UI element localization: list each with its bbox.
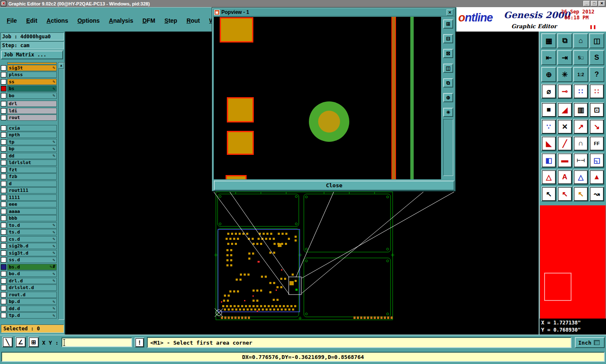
layer-name[interactable]: drl.d✎: [7, 278, 57, 284]
tool-pad-select[interactable]: ■: [541, 102, 556, 117]
maximize-button[interactable]: □: [591, 1, 598, 6]
tool-slope[interactable]: ╱: [557, 136, 572, 151]
tool-net-points-red[interactable]: ∷: [589, 84, 604, 99]
layer-checkbox[interactable]: [1, 167, 6, 173]
layer-row-fzb[interactable]: fzb: [1, 173, 58, 180]
tool-select-point[interactable]: ↖: [557, 186, 572, 202]
layer-row-ts.d[interactable]: ts.d✎: [1, 229, 58, 236]
layer-name[interactable]: bs✎: [7, 85, 57, 92]
tool-grid-toggle[interactable]: ⊞: [28, 337, 39, 348]
layer-name[interactable]: ss.d✎: [7, 257, 57, 263]
layer-name[interactable]: sig3t✎: [7, 65, 57, 71]
layer-row-sig3t[interactable]: sig3t✎: [1, 64, 58, 71]
layer-checkbox[interactable]: [1, 271, 6, 276]
layer-checkbox[interactable]: [1, 139, 6, 145]
layer-checkbox[interactable]: [1, 108, 6, 114]
layer-checkbox[interactable]: [1, 264, 6, 270]
tool-triangle-outline[interactable]: △: [541, 170, 556, 185]
layer-row-bs[interactable]: bs✎: [1, 85, 58, 92]
layer-name[interactable]: tp.d✎: [7, 312, 57, 319]
layer-row-tp[interactable]: tp✎: [1, 138, 58, 145]
layer-checkbox[interactable]: [1, 125, 6, 131]
tool-panel-view[interactable]: ▦: [541, 33, 556, 48]
layer-row-bp[interactable]: bp✎: [1, 146, 58, 152]
layer-checkbox[interactable]: [1, 93, 6, 98]
layer-checkbox[interactable]: [1, 188, 6, 193]
layer-checkbox[interactable]: [1, 229, 6, 235]
popview-canvas[interactable]: [214, 17, 441, 179]
layer-row-d[interactable]: d: [1, 180, 58, 187]
layer-name[interactable]: bs.d✎#: [7, 264, 57, 270]
menu-dfm[interactable]: DFM: [142, 17, 155, 24]
layer-name[interactable]: dd✎: [7, 153, 57, 159]
tool-zoom-out-window[interactable]: ⇥: [557, 50, 572, 65]
menu-file[interactable]: File: [7, 17, 17, 24]
menu-step[interactable]: Step: [165, 17, 177, 24]
menu-rout[interactable]: Rout: [186, 17, 200, 24]
layer-row-1111[interactable]: 1111: [1, 194, 58, 201]
tool-text-a[interactable]: A: [557, 170, 572, 185]
tool-move-down-right[interactable]: ↘: [589, 119, 604, 134]
layer-row-eee[interactable]: eee: [1, 201, 58, 208]
layer-name[interactable]: sig2b.d✎: [7, 243, 57, 249]
layer-row-cvia[interactable]: cvia: [1, 125, 58, 131]
layer-checkbox[interactable]: [1, 236, 6, 242]
layer-checkbox[interactable]: [1, 132, 6, 138]
layer-name[interactable]: fzb: [7, 173, 57, 180]
layer-row-rout111[interactable]: rout111: [1, 187, 58, 194]
layer-checkbox[interactable]: [1, 250, 6, 256]
layer-row-npth[interactable]: npth: [1, 132, 58, 138]
tool-zoom-5[interactable]: 5□: [573, 50, 588, 65]
layer-row-sig3t.d[interactable]: sig3t.d✎: [1, 250, 58, 256]
tool-arc[interactable]: ∩: [573, 136, 588, 151]
layer-checkbox[interactable]: [1, 181, 6, 186]
units-button[interactable]: Inch: [575, 337, 605, 348]
layer-row-dd.d[interactable]: dd.d✎: [1, 305, 58, 312]
tool-split-view[interactable]: ◫: [589, 33, 604, 48]
layer-checkbox[interactable]: [1, 299, 6, 304]
pv-remove-window[interactable]: ⊟: [443, 34, 453, 43]
layer-checkbox[interactable]: [1, 101, 6, 106]
layer-name[interactable]: cs.d✎: [7, 236, 57, 242]
layer-name[interactable]: bo✎: [7, 93, 57, 99]
layer-row-cs.d[interactable]: cs.d✎: [1, 236, 58, 242]
layer-name[interactable]: rout111: [7, 187, 57, 194]
layer-name[interactable]: drlslot.d: [7, 284, 57, 291]
tool-measure-curve[interactable]: ⌀: [541, 84, 556, 99]
pause-indicator[interactable]: ❚❚: [590, 25, 597, 29]
scroll-up-icon[interactable]: ▲: [58, 63, 64, 69]
pv-duplicate-window[interactable]: ⧉: [443, 78, 453, 88]
layer-name[interactable]: sig3t.d✎: [7, 250, 57, 256]
layer-row-drl.d[interactable]: drl.d✎: [1, 277, 58, 284]
layer-name[interactable]: to.d✎: [7, 222, 57, 228]
layer-row-rout[interactable]: rout: [1, 114, 58, 121]
layer-checkbox[interactable]: [1, 292, 6, 298]
tool-dotted-frame[interactable]: ⊡: [589, 102, 604, 117]
tool-angle[interactable]: ◣: [541, 136, 556, 151]
layer-row-plnss[interactable]: plnss: [1, 72, 58, 78]
layer-checkbox[interactable]: [1, 195, 6, 200]
layer-checkbox[interactable]: [1, 313, 6, 318]
layer-checkbox[interactable]: [1, 306, 6, 311]
tool-node-pair[interactable]: ∵: [541, 119, 556, 134]
layer-name[interactable]: rout.d: [7, 292, 57, 298]
popview-titlebar[interactable]: ▣ Popview - 1 ✕: [213, 8, 454, 16]
tool-triangle-filled[interactable]: ▲: [589, 170, 604, 185]
layer-checkbox[interactable]: [1, 257, 6, 263]
tool-help[interactable]: ?: [589, 67, 604, 82]
layer-name[interactable]: drl: [7, 101, 57, 107]
layer-checkbox[interactable]: [1, 209, 6, 214]
exclaim-button[interactable]: !: [135, 337, 144, 348]
layer-row-aaaa[interactable]: aaaa: [1, 208, 58, 215]
layer-name[interactable]: ldrlslot: [7, 159, 57, 166]
layer-row-rout.d[interactable]: rout.d: [1, 291, 58, 298]
layer-checkbox[interactable]: [1, 79, 6, 85]
pv-close-window[interactable]: ⊠: [443, 49, 453, 58]
layer-name[interactable]: dd.d✎: [7, 306, 57, 312]
layer-row-ldrlslot[interactable]: ldrlslot: [1, 159, 58, 166]
tool-scale-1-2[interactable]: 1:2: [573, 67, 588, 82]
tool-diagonal-line[interactable]: ╲: [2, 337, 13, 348]
layer-row-bs.d[interactable]: bs.d✎#: [1, 263, 58, 270]
tool-zoom-fit[interactable]: ⊕: [541, 67, 556, 82]
tool-select-cursor[interactable]: ↖: [541, 186, 556, 202]
